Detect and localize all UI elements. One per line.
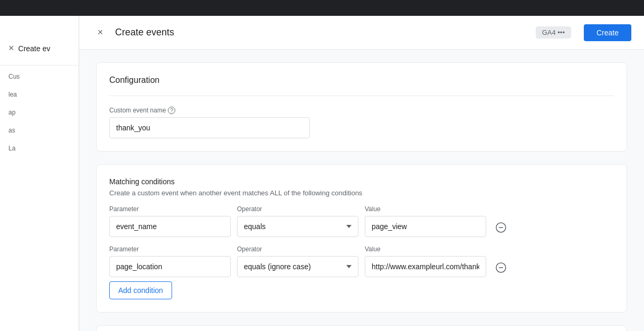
condition-row-2: Parameter Operator equals contains start… — [109, 245, 614, 277]
custom-event-name-help-icon[interactable]: ? — [168, 107, 175, 114]
configuration-divider — [109, 96, 614, 96]
condition-2-value-input[interactable] — [365, 256, 486, 277]
custom-event-name-label: Custom event name ? — [109, 107, 614, 114]
dialog-close-button[interactable]: × — [92, 24, 109, 41]
condition-2-operator-field: Operator equals contains starts with end… — [237, 245, 358, 277]
condition-2-operator-label: Operator — [237, 245, 358, 253]
condition-1-operator-select[interactable]: equals contains starts with ends with eq… — [237, 216, 358, 237]
condition-2-operator-select[interactable]: equals contains starts with ends with eq… — [237, 256, 358, 277]
remove-1-icon — [496, 222, 506, 233]
configuration-section: Configuration Custom event name ? — [96, 62, 627, 152]
condition-1-operator-label: Operator — [237, 205, 358, 213]
parameter-configuration-section: Parameter configuration Copy parameters … — [96, 325, 627, 331]
add-condition-button[interactable]: Add condition — [109, 281, 172, 299]
background-close-icon[interactable]: × — [8, 43, 14, 54]
condition-1-value-label: Value — [365, 205, 486, 213]
condition-1-value-input[interactable] — [365, 216, 486, 237]
create-events-dialog: × Create events GA4 ••• Create Configura… — [79, 16, 644, 331]
condition-1-value-field: Value — [365, 205, 486, 237]
condition-1-parameter-input[interactable] — [109, 216, 231, 237]
background-panel: × Create ev Cu Cus lea ap as La — [0, 16, 79, 331]
condition-2-parameter-label: Parameter — [109, 245, 231, 253]
condition-row-1: Parameter Operator equals contains start… — [109, 205, 614, 237]
bg-list-item: Cus — [0, 68, 79, 86]
top-bar — [0, 0, 644, 16]
background-panel-title: Create ev — [18, 44, 51, 53]
matching-conditions-desc: Create a custom event when another event… — [109, 189, 614, 197]
condition-2-value-label: Value — [365, 245, 486, 253]
condition-2-remove-button[interactable] — [493, 259, 509, 276]
condition-1-parameter-label: Parameter — [109, 205, 231, 213]
conditions-grid: Parameter Operator equals contains start… — [109, 205, 614, 277]
condition-2-value-field: Value — [365, 245, 486, 277]
background-close-bar: × Create ev — [0, 32, 79, 65]
bg-list-item: as — [0, 121, 79, 139]
bg-list-item: ap — [0, 103, 79, 121]
dialog-title: Create events — [115, 27, 527, 38]
condition-2-parameter-field: Parameter — [109, 245, 231, 277]
create-button[interactable]: Create — [584, 24, 631, 41]
configuration-title: Configuration — [109, 75, 614, 85]
bg-list-item: La — [0, 139, 79, 157]
dialog-header: × Create events GA4 ••• Create — [79, 16, 644, 50]
condition-1-operator-field: Operator equals contains starts with end… — [237, 205, 358, 237]
condition-1-parameter-field: Parameter — [109, 205, 231, 237]
matching-conditions-section: Matching conditions Create a custom even… — [96, 164, 627, 313]
remove-2-icon — [496, 262, 506, 273]
condition-2-parameter-input[interactable] — [109, 256, 231, 277]
bg-list-item: lea — [0, 86, 79, 103]
condition-1-remove-button[interactable] — [493, 219, 509, 236]
dialog-body: Configuration Custom event name ? Matchi… — [79, 50, 644, 331]
custom-event-name-input[interactable] — [109, 117, 310, 138]
matching-conditions-title: Matching conditions — [109, 177, 614, 186]
dialog-tag: GA4 ••• — [536, 26, 571, 39]
